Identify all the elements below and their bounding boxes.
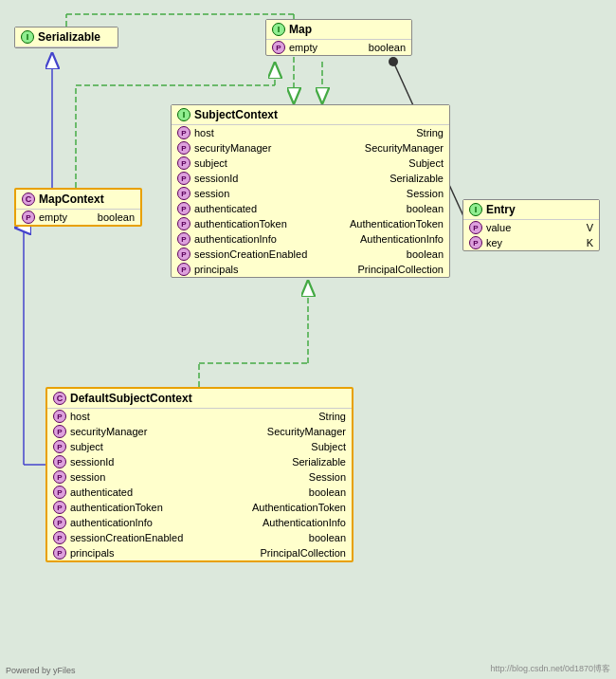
mapcontext-title: MapContext bbox=[39, 193, 104, 206]
entry-box: I Entry P value V P key K bbox=[462, 199, 600, 251]
dsc-title: DefaultSubjectContext bbox=[70, 392, 192, 405]
map-field-badge: P bbox=[272, 41, 285, 54]
sc-field-securitymanager: P securityManager SecurityManager bbox=[172, 140, 449, 156]
dsc-field-sessioncreation: P sessionCreationEnabled boolean bbox=[47, 530, 352, 545]
dsc-field-session: P session Session bbox=[47, 469, 352, 485]
entry-field-key: P key K bbox=[463, 235, 599, 250]
footer-right: http://blog.csdn.net/0d1870博客 bbox=[490, 663, 610, 675]
subjectcontext-header: I SubjectContext bbox=[172, 105, 449, 125]
entry-title: Entry bbox=[486, 203, 516, 216]
dsc-badge-c: C bbox=[53, 392, 66, 405]
sc-field-authenticated: P authenticated boolean bbox=[172, 201, 449, 216]
svg-point-16 bbox=[389, 57, 398, 66]
serializable-title: Serializable bbox=[38, 30, 100, 44]
entry-badge-i: I bbox=[469, 203, 482, 216]
sc-field-principals: P principals PrincipalCollection bbox=[172, 262, 449, 277]
defaultsubjectcontext-box: C DefaultSubjectContext P host String P … bbox=[45, 387, 353, 562]
subjectcontext-title: SubjectContext bbox=[194, 108, 278, 121]
arrows-svg bbox=[0, 0, 616, 679]
dsc-field-host: P host String bbox=[47, 409, 352, 424]
serializable-badge-i: I bbox=[21, 30, 34, 44]
dsc-field-authinfo: P authenticationInfo AuthenticationInfo bbox=[47, 515, 352, 530]
serializable-header: I Serializable bbox=[15, 28, 118, 47]
dsc-field-principals: P principals PrincipalCollection bbox=[47, 545, 352, 560]
mapcontext-field-badge: P bbox=[22, 211, 35, 224]
dsc-field-authtoken: P authenticationToken AuthenticationToke… bbox=[47, 500, 352, 515]
sc-field-authinfo: P authenticationInfo AuthenticationInfo bbox=[172, 231, 449, 247]
subjectcontext-badge-i: I bbox=[177, 108, 190, 121]
entry-header: I Entry bbox=[463, 200, 599, 220]
entry-field-value: P value V bbox=[463, 220, 599, 235]
serializable-box: I Serializable bbox=[14, 27, 118, 48]
dsc-field-securitymanager: P securityManager SecurityManager bbox=[47, 424, 352, 439]
mapcontext-header: C MapContext bbox=[16, 190, 140, 210]
sc-field-authtoken: P authenticationToken AuthenticationToke… bbox=[172, 216, 449, 231]
dsc-field-sessionid: P sessionId Serializable bbox=[47, 454, 352, 469]
map-badge-i: I bbox=[272, 23, 285, 36]
subjectcontext-box: I SubjectContext P host String P securit… bbox=[171, 104, 450, 278]
sc-field-host: P host String bbox=[172, 125, 449, 140]
sc-field-subject: P subject Subject bbox=[172, 156, 449, 171]
dsc-field-subject: P subject Subject bbox=[47, 439, 352, 454]
dsc-header: C DefaultSubjectContext bbox=[47, 389, 352, 409]
sc-field-sessioncreation: P sessionCreationEnabled boolean bbox=[172, 247, 449, 262]
mapcontext-field-empty: P empty boolean bbox=[16, 210, 140, 225]
map-title: Map bbox=[289, 23, 312, 36]
dsc-field-authenticated: P authenticated boolean bbox=[47, 485, 352, 500]
mapcontext-box: C MapContext P empty boolean bbox=[14, 188, 142, 227]
sc-field-sessionid: P sessionId Serializable bbox=[172, 171, 449, 186]
footer-left: Powered by yFiles bbox=[6, 666, 76, 675]
mapcontext-badge-c: C bbox=[22, 193, 35, 206]
map-field-empty: P empty boolean bbox=[266, 40, 411, 55]
sc-field-session: P session Session bbox=[172, 186, 449, 201]
map-box: I Map P empty boolean bbox=[265, 19, 412, 56]
diagram-container: I Serializable I Map P empty boolean C M… bbox=[0, 0, 616, 679]
map-header: I Map bbox=[266, 20, 411, 40]
